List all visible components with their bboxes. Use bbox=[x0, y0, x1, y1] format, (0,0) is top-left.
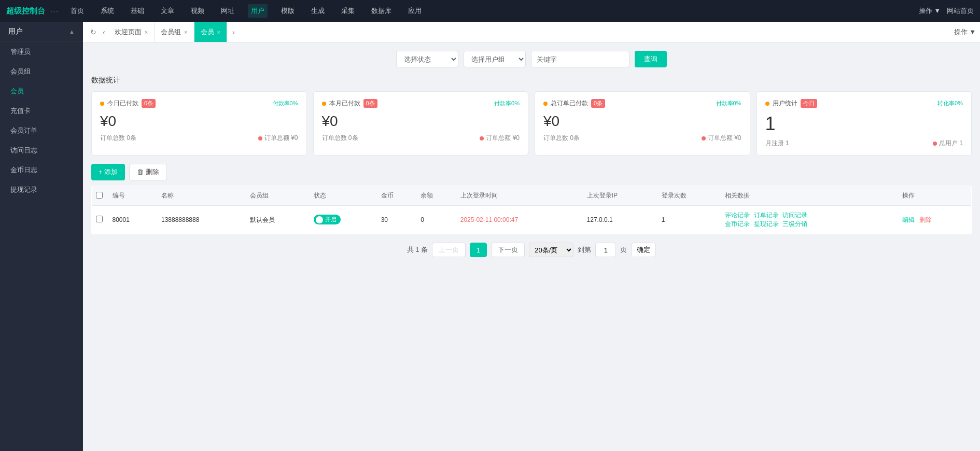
dot-orange-icon bbox=[100, 102, 104, 106]
sidebar-item-membergroup[interactable]: 会员组 bbox=[0, 62, 83, 81]
th-id: 编号 bbox=[108, 186, 157, 206]
row-name: 13888888888 bbox=[157, 206, 246, 234]
stat-card-today: 今日已付款 0条 付款率0% ¥0 订单总数 0条 订单总额 ¥0 bbox=[91, 91, 307, 156]
dot-red-icon3 bbox=[702, 136, 706, 140]
stat-month-total-label: 订单总额 ¥0 bbox=[486, 134, 520, 143]
nav-app[interactable]: 应用 bbox=[405, 4, 425, 18]
related-order[interactable]: 订单记录 bbox=[754, 212, 779, 219]
stat-today-rate: 付款率0% bbox=[273, 100, 298, 107]
nav-article[interactable]: 文章 bbox=[158, 4, 177, 18]
row-coins: 30 bbox=[377, 206, 417, 234]
tab-action-btn[interactable]: 操作 ▼ bbox=[954, 27, 976, 37]
th-actions: 操作 bbox=[898, 186, 971, 206]
related-visit[interactable]: 访问记录 bbox=[782, 212, 807, 219]
add-button[interactable]: + 添加 bbox=[91, 164, 125, 180]
nav-user[interactable]: 用户 bbox=[248, 4, 268, 18]
sidebar-item-withdrawal[interactable]: 提现记录 bbox=[0, 180, 83, 200]
sidebar-item-visitlog[interactable]: 访问日志 bbox=[0, 140, 83, 160]
tab-prev-btn[interactable]: ‹ bbox=[100, 26, 108, 38]
sidebar-item-memberorder[interactable]: 会员订单 bbox=[0, 121, 83, 140]
row-status: 开启 bbox=[310, 206, 377, 234]
nav-system[interactable]: 系统 bbox=[97, 4, 117, 18]
tab-member-close[interactable]: × bbox=[217, 29, 220, 35]
confirm-page-btn[interactable]: 确定 bbox=[631, 243, 656, 257]
nav-template[interactable]: 模版 bbox=[278, 4, 298, 18]
last-login-date: 2025-02-11 00:00:47 bbox=[460, 216, 518, 223]
tab-welcome-close[interactable]: × bbox=[145, 29, 148, 35]
row-checkbox[interactable] bbox=[96, 216, 103, 222]
stat-users-rate: 转化率0% bbox=[937, 100, 963, 107]
stat-month-rate: 付款率0% bbox=[494, 100, 520, 107]
stat-today-count-label: 订单总数 0条 bbox=[100, 134, 136, 143]
toggle-circle bbox=[316, 216, 323, 223]
stat-users-total-label: 总用户 1 bbox=[939, 139, 963, 148]
sidebar-collapse-icon[interactable]: ▲ bbox=[69, 29, 75, 35]
th-last-ip: 上次登录IP bbox=[583, 186, 657, 206]
tab-membergroup[interactable]: 会员组 × bbox=[155, 22, 194, 42]
stat-total-rate: 付款率0% bbox=[716, 100, 741, 107]
tab-welcome[interactable]: 欢迎页面 × bbox=[108, 22, 155, 42]
next-page-btn[interactable]: 下一页 bbox=[491, 243, 525, 257]
sidebar-item-admin[interactable]: 管理员 bbox=[0, 42, 83, 62]
nav-basic[interactable]: 基础 bbox=[128, 4, 147, 18]
nav-website[interactable]: 网址 bbox=[218, 4, 237, 18]
goto-page-input[interactable] bbox=[595, 243, 616, 257]
top-right-actions: 操作 ▼ 网站首页 bbox=[919, 6, 974, 16]
per-page-select[interactable]: 20条/页 50条/页 100条/页 bbox=[529, 243, 573, 257]
sidebar-title: 用户 bbox=[8, 27, 23, 36]
tab-member-label: 会员 bbox=[201, 27, 214, 37]
group-select[interactable]: 选择用户组 默认会员 VIP bbox=[464, 51, 526, 67]
sidebar-item-recharge[interactable]: 充值卡 bbox=[0, 101, 83, 121]
tab-membergroup-close[interactable]: × bbox=[184, 29, 187, 35]
stat-card-today-left: 今日已付款 0条 bbox=[100, 99, 156, 108]
tab-welcome-label: 欢迎页面 bbox=[115, 27, 142, 37]
goto-label: 到第 bbox=[578, 245, 591, 255]
select-all-checkbox[interactable] bbox=[96, 192, 103, 199]
row-login-count: 1 bbox=[657, 206, 721, 234]
query-button[interactable]: 查询 bbox=[635, 51, 667, 67]
related-comment[interactable]: 评论记录 bbox=[725, 212, 750, 219]
th-last-login: 上次登录时间 bbox=[456, 186, 583, 206]
status-select[interactable]: 选择状态 开启 关闭 bbox=[396, 51, 458, 67]
tab-member[interactable]: 会员 × bbox=[194, 22, 227, 42]
related-coin[interactable]: 金币记录 bbox=[725, 220, 750, 228]
page-1-btn[interactable]: 1 bbox=[470, 243, 487, 257]
stat-total-footer: 订单总数 0条 订单总额 ¥0 bbox=[543, 134, 741, 143]
stat-total-badge: 0条 bbox=[591, 99, 605, 108]
nav-database[interactable]: 数据库 bbox=[368, 4, 395, 18]
nav-collect[interactable]: 采集 bbox=[338, 4, 358, 18]
sidebar-item-member[interactable]: 会员 bbox=[0, 81, 83, 101]
row-balance: 0 bbox=[416, 206, 456, 234]
stat-total-total: 订单总额 ¥0 bbox=[702, 134, 741, 143]
related-withdraw[interactable]: 提现记录 bbox=[754, 220, 779, 228]
th-balance: 余额 bbox=[416, 186, 456, 206]
edit-btn[interactable]: 编辑 bbox=[902, 216, 915, 223]
nav-home[interactable]: 首页 bbox=[67, 4, 87, 18]
keyword-input[interactable] bbox=[531, 51, 629, 67]
delete-btn[interactable]: 删除 bbox=[919, 216, 932, 223]
stat-month-total: 订单总额 ¥0 bbox=[480, 134, 520, 143]
pagination: 共 1 条 上一页 1 下一页 20条/页 50条/页 100条/页 到第 页 … bbox=[91, 243, 972, 257]
stat-card-users-left: 用户统计 今日 bbox=[765, 99, 817, 108]
data-table: 编号 名称 会员组 状态 金币 余额 上次登录时间 上次登录IP 登录次数 相关… bbox=[91, 186, 972, 234]
th-coins: 金币 bbox=[377, 186, 417, 206]
dot-orange-icon4 bbox=[765, 102, 769, 106]
nav-items: 首页 系统 基础 文章 视频 网址 用户 模版 生成 采集 数据库 应用 bbox=[67, 4, 919, 18]
nav-generate[interactable]: 生成 bbox=[308, 4, 328, 18]
table-header: 编号 名称 会员组 状态 金币 余额 上次登录时间 上次登录IP 登录次数 相关… bbox=[92, 186, 972, 206]
th-related: 相关数据 bbox=[721, 186, 898, 206]
refresh-btn[interactable]: ↻ bbox=[87, 26, 100, 38]
prev-page-btn[interactable]: 上一页 bbox=[432, 243, 466, 257]
status-toggle[interactable]: 开启 bbox=[314, 215, 341, 224]
sidebar-item-coinlog[interactable]: 金币日志 bbox=[0, 160, 83, 180]
tab-next-btn[interactable]: › bbox=[229, 26, 238, 38]
delete-button[interactable]: 🗑 删除 bbox=[129, 164, 167, 180]
nav-video[interactable]: 视频 bbox=[188, 4, 207, 18]
stat-users-label: 用户统计 bbox=[773, 99, 797, 108]
stat-month-amount: ¥0 bbox=[322, 113, 520, 130]
related-distribute[interactable]: 三级分销 bbox=[782, 220, 807, 228]
filter-bar: 选择状态 开启 关闭 选择用户组 默认会员 VIP 查询 bbox=[91, 51, 972, 67]
top-site-home-btn[interactable]: 网站首页 bbox=[947, 6, 974, 16]
stat-total-label: 总订单已付款 bbox=[551, 99, 588, 108]
top-action-btn[interactable]: 操作 ▼ bbox=[919, 6, 941, 16]
